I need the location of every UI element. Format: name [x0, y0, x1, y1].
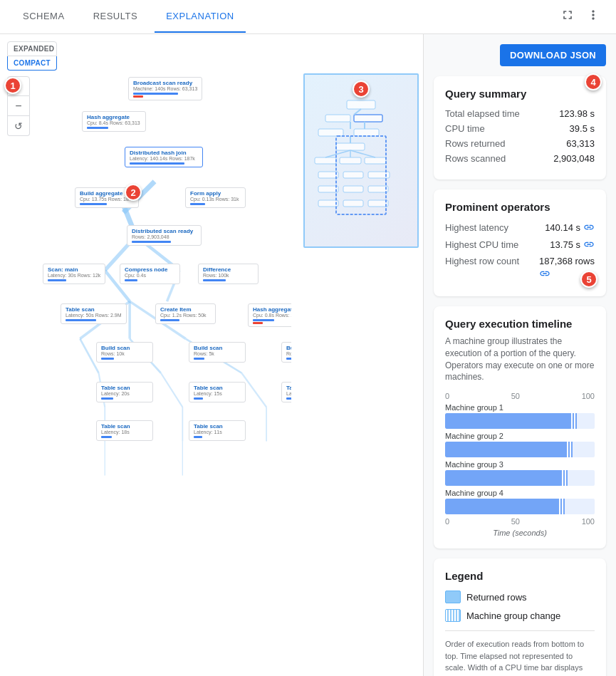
prominent-row-1: Highest CPU time 13.75 s: [445, 239, 595, 250]
stat-row-3: Rows scanned 2,903,048: [445, 153, 595, 164]
prominent-value-0: 140.14 s: [545, 222, 595, 233]
legend-swatch-stripe: [445, 609, 461, 622]
stat-label-2: Rows returned: [445, 138, 506, 149]
svg-rect-23: [318, 129, 343, 136]
tab-explanation[interactable]: EXPLANATION: [155, 1, 246, 33]
stat-value-1: 39.5 s: [570, 123, 595, 134]
prominent-row-2: Highest row count 187,368 rows: [445, 256, 595, 279]
prominent-operators-card: Prominent operators 5 Highest latency 14…: [434, 189, 606, 296]
svg-line-38: [354, 109, 361, 115]
expanded-toggle[interactable]: EXPANDED: [7, 41, 57, 56]
tab-schema[interactable]: SCHEMA: [11, 1, 76, 33]
chart-bar-row-1: Machine group 2: [445, 432, 595, 457]
execution-timeline-desc: A machine group illustrates the executio…: [445, 336, 595, 383]
svg-rect-28: [365, 157, 386, 164]
chart-bar-track-1: [445, 442, 595, 457]
legend-title: Legend: [445, 570, 595, 582]
svg-line-13: [161, 373, 183, 407]
execution-timeline-title: Query execution timeline: [445, 318, 595, 330]
prominent-link-0[interactable]: [583, 222, 595, 233]
more-button[interactable]: [582, 4, 605, 30]
stat-row-1: CPU time 39.5 s: [445, 123, 595, 134]
node-build-scan-3[interactable]: Build scan Rows: 8k: [281, 342, 291, 363]
svg-rect-33: [343, 186, 363, 192]
legend-item-1: Machine group change: [445, 609, 595, 622]
stat-row-2: Rows returned 63,313: [445, 138, 595, 149]
chart-axis-top: 0 50 100: [445, 392, 595, 400]
prominent-label-1: Highest CPU time: [445, 239, 518, 250]
prominent-link-1[interactable]: [583, 239, 595, 250]
node-scan-main[interactable]: Scan: main Latency: 30s Rows: 12k: [43, 264, 105, 284]
tabs-bar: SCHEMA RESULTS EXPLANATION: [0, 0, 616, 34]
legend-note: Order of execution reads from bottom to …: [445, 630, 595, 676]
svg-rect-27: [340, 157, 361, 164]
mini-map-content: [305, 75, 417, 246]
chart-bar-track-3: [445, 499, 595, 514]
node-build-scan-2[interactable]: Build scan Rows: 5k: [189, 342, 246, 363]
node-hash-agg-2[interactable]: Hash aggregate Cpu: 0.8s Rows: 187k: [248, 303, 291, 327]
node-create-item[interactable]: Create Item Cpu: 1.2s Rows: 50k: [155, 303, 216, 324]
prominent-row-0: Highest latency 140.14 s: [445, 222, 595, 233]
svg-rect-34: [368, 186, 388, 192]
stat-label-3: Rows scanned: [445, 153, 506, 164]
svg-rect-26: [315, 157, 336, 164]
main-content: 1 EXPANDED COMPACT + − ↺ 2: [0, 34, 616, 676]
prominent-link-2[interactable]: [539, 268, 550, 279]
svg-rect-36: [343, 200, 363, 207]
chart-bar-row-3: Machine group 4: [445, 489, 595, 514]
chart-bar-track-2: [445, 470, 595, 486]
node-build-scan-1[interactable]: Build scan Rows: 10k: [96, 342, 153, 363]
node-dist-scan-ready[interactable]: Distributed scan ready Rows: 2,903,048: [127, 225, 202, 246]
stat-value-2: 63,313: [566, 138, 595, 149]
prominent-operators-title: Prominent operators: [445, 201, 595, 213]
annotation-1: 1: [4, 77, 21, 94]
zoom-out-button[interactable]: −: [7, 96, 30, 116]
chart-bar-fill-2: [445, 470, 568, 486]
node-broadcast-scan[interactable]: Broadcast scan ready Machine: 140s Rows:…: [128, 77, 202, 100]
svg-rect-20: [347, 100, 375, 109]
svg-rect-25: [336, 143, 365, 150]
mini-map[interactable]: 3: [303, 73, 419, 248]
legend-card: Legend Returned rows Machine group chang…: [434, 558, 606, 676]
chart-bar-label-2: Machine group 3: [445, 460, 595, 469]
legend-label-1: Machine group change: [466, 610, 560, 621]
compact-toggle[interactable]: COMPACT: [7, 56, 57, 71]
view-toggle: EXPANDED COMPACT: [7, 41, 57, 71]
node-table-scan-5[interactable]: Table scan Latency: 18s: [96, 420, 153, 441]
left-panel: 1 EXPANDED COMPACT + − ↺ 2: [0, 34, 424, 676]
stat-value-3: 2,903,048: [553, 153, 595, 164]
svg-rect-37: [368, 200, 388, 207]
svg-rect-32: [318, 186, 338, 192]
prominent-label-0: Highest latency: [445, 222, 508, 233]
fullscreen-button[interactable]: [556, 4, 579, 30]
stat-value-0: 123.98 s: [559, 108, 595, 119]
node-table-scan-6[interactable]: Table scan Latency: 11s: [189, 420, 246, 441]
annotation-5: 5: [580, 271, 597, 288]
svg-rect-35: [318, 200, 338, 207]
node-table-scan-2[interactable]: Table scan Latency: 20s: [96, 382, 153, 402]
prominent-value-1: 13.75 s: [550, 239, 595, 250]
legend-swatch-solid: [445, 591, 461, 603]
legend-item-0: Returned rows: [445, 591, 595, 603]
node-form-apply[interactable]: Form apply Cpu: 0.13s Rows: 31k: [185, 187, 246, 208]
node-table-scan-3[interactable]: Table scan Latency: 15s: [189, 382, 246, 402]
diagram-canvas[interactable]: Broadcast scan ready Machine: 140s Rows:…: [43, 70, 291, 676]
node-compress[interactable]: Compress node Cpu: 0.4s: [120, 264, 180, 284]
node-table-scan-4[interactable]: Table scan Latency: 22s: [281, 382, 291, 402]
stat-label-1: CPU time: [445, 123, 485, 134]
node-difference[interactable]: Difference Rows: 100k: [198, 264, 259, 284]
chart-x-label: Time (seconds): [445, 529, 595, 537]
node-table-scan-1[interactable]: Table scan Latency: 50s Rows: 2.9M: [61, 303, 127, 324]
svg-rect-29: [318, 172, 338, 178]
annotation-3: 3: [353, 80, 370, 98]
tab-results[interactable]: RESULTS: [82, 1, 150, 33]
stat-label-0: Total elapsed time: [445, 108, 520, 119]
chart-bar-fill-0: [445, 413, 577, 429]
node-hash-agg-1[interactable]: Hash aggregate Cpu: 8.4s Rows: 63,313: [82, 111, 146, 132]
node-dist-hash-join[interactable]: Distributed hash join Latency: 140.14s R…: [125, 147, 203, 167]
svg-rect-24: [354, 129, 379, 136]
svg-line-44: [350, 150, 375, 157]
query-summary-title: Query summary: [445, 88, 595, 100]
zoom-reset-button[interactable]: ↺: [7, 116, 30, 136]
download-json-button[interactable]: DOWNLOAD JSON: [500, 44, 606, 66]
